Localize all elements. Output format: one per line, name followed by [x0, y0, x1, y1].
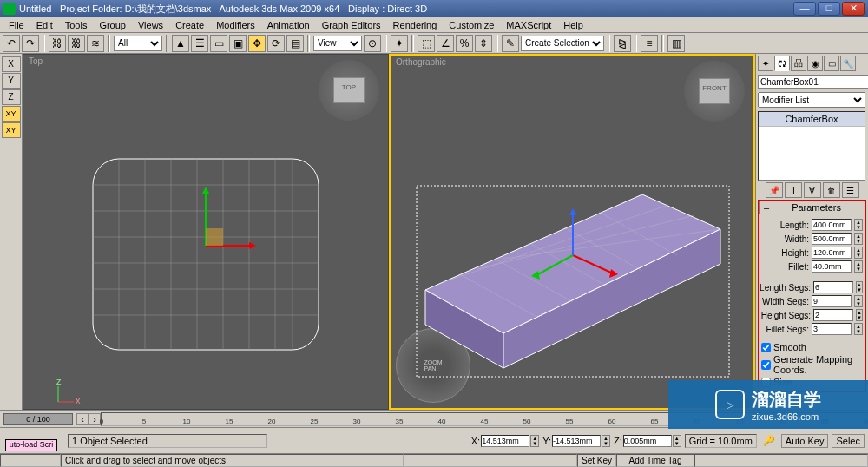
tab-utilities[interactable]: 🔧 — [840, 56, 856, 71]
lock-icon[interactable]: 🔑 — [760, 435, 778, 446]
tab-create[interactable]: ✦ — [758, 56, 773, 71]
selection-filter-dropdown[interactable]: All — [114, 36, 162, 51]
spinner-snap-button[interactable]: ⇕ — [475, 35, 492, 52]
angle-snap-button[interactable]: ∠ — [437, 35, 454, 52]
length-spinner[interactable]: ▲▼ — [854, 219, 863, 231]
select-move-button[interactable]: ✥ — [248, 35, 266, 52]
axis-y-button[interactable]: Y — [2, 73, 21, 89]
redo-button[interactable]: ↷ — [22, 35, 39, 52]
ortho-mesh — [391, 56, 753, 408]
unlink-button[interactable]: ⛓̷ — [68, 35, 85, 52]
bind-spacewarp-button[interactable]: ≋ — [87, 35, 104, 52]
coord-x-input[interactable] — [481, 435, 529, 447]
smooth-checkbox[interactable] — [761, 343, 771, 352]
widthsegs-spinner[interactable]: ▲▼ — [854, 295, 863, 307]
setkey-button[interactable]: Set Key — [577, 454, 616, 467]
manipulate-button[interactable]: ✦ — [391, 35, 408, 52]
tab-motion[interactable]: ◉ — [807, 56, 823, 71]
autokey-button[interactable]: Auto Key — [781, 434, 829, 448]
coord-x-label: X: — [471, 436, 480, 446]
height-input[interactable] — [812, 247, 852, 259]
menu-group[interactable]: Group — [94, 19, 131, 30]
select-button[interactable]: ▲ — [172, 35, 189, 52]
minimize-button[interactable]: — — [793, 2, 816, 16]
menu-modifiers[interactable]: Modifiers — [211, 19, 260, 30]
axis-z-button[interactable]: Z — [2, 89, 21, 105]
reference-coord-dropdown[interactable]: View — [313, 36, 362, 51]
axis-x-button[interactable]: X — [2, 56, 21, 72]
pin-stack-button[interactable]: 📌 — [766, 182, 783, 198]
link-button[interactable]: ⛓ — [49, 35, 66, 52]
filletsegs-input[interactable] — [812, 323, 852, 335]
menu-rendering[interactable]: Rendering — [388, 19, 443, 30]
fillet-spinner[interactable]: ▲▼ — [854, 260, 863, 273]
menu-views[interactable]: Views — [133, 19, 168, 30]
modifier-stack[interactable]: ChamferBox — [758, 111, 865, 181]
viewport-orthographic[interactable]: Orthographic FRONT ZOOMPAN — [389, 54, 755, 410]
named-selection-dropdown[interactable]: Create Selection Set — [521, 36, 604, 51]
modifier-list-dropdown[interactable]: Modifier List — [758, 92, 865, 108]
menu-edit[interactable]: Edit — [31, 19, 58, 30]
time-slider-handle[interactable]: 0 / 100 — [3, 413, 73, 425]
select-region-button[interactable]: ▭ — [210, 35, 227, 52]
lengthsegs-spinner[interactable]: ▲▼ — [856, 281, 863, 293]
coord-y-spinner[interactable]: ▲▼ — [602, 435, 610, 447]
close-button[interactable]: ✕ — [842, 2, 865, 16]
svg-marker-18 — [202, 187, 209, 194]
length-input[interactable] — [812, 219, 852, 231]
object-name-input[interactable] — [758, 75, 868, 89]
height-spinner[interactable]: ▲▼ — [854, 247, 863, 259]
show-end-result-button[interactable]: Ⅱ — [785, 182, 802, 198]
undo-button[interactable]: ↶ — [3, 35, 20, 52]
parameters-rollout-header[interactable]: –Parameters — [759, 201, 865, 214]
coord-x-spinner[interactable]: ▲▼ — [530, 435, 539, 447]
coord-z-input[interactable] — [623, 435, 672, 447]
layers-button[interactable]: ▥ — [667, 35, 685, 52]
stack-item-chamferbox[interactable]: ChamferBox — [759, 112, 865, 127]
fillet-input[interactable] — [812, 260, 852, 273]
maxscript-listener[interactable]: uto-load Scri — [5, 439, 57, 451]
snaps-toggle-button[interactable]: ⬚ — [418, 35, 435, 52]
select-scale-button[interactable]: ▤ — [286, 35, 304, 52]
configure-sets-button[interactable]: ☰ — [842, 182, 859, 198]
selec-button[interactable]: Selec — [832, 434, 865, 448]
prev-key-button[interactable]: ‹ — [76, 413, 89, 425]
menu-grapheditors[interactable]: Graph Editors — [317, 19, 386, 30]
pivot-center-button[interactable]: ⊙ — [364, 35, 381, 52]
mapcoords-checkbox[interactable] — [761, 360, 771, 370]
align-button[interactable]: ≡ — [641, 35, 658, 52]
widthsegs-input[interactable] — [812, 295, 852, 307]
coord-z-spinner[interactable]: ▲▼ — [673, 435, 681, 447]
axis-xy-button[interactable]: XY — [2, 106, 21, 122]
maximize-button[interactable]: □ — [818, 2, 840, 16]
menu-animation[interactable]: Animation — [262, 19, 315, 30]
make-unique-button[interactable]: ∀ — [804, 182, 821, 198]
tick: 50 — [523, 418, 531, 425]
tab-hierarchy[interactable]: 品 — [791, 56, 806, 71]
filletsegs-spinner[interactable]: ▲▼ — [854, 323, 863, 335]
select-by-name-button[interactable]: ☰ — [191, 35, 208, 52]
lengthsegs-input[interactable] — [813, 281, 853, 293]
menu-customize[interactable]: Customize — [444, 19, 499, 30]
axis-xy2-button[interactable]: XY — [2, 122, 21, 138]
heightsegs-input[interactable] — [813, 309, 853, 321]
remove-modifier-button[interactable]: 🗑 — [823, 182, 840, 198]
mirror-button[interactable]: ⧎ — [614, 35, 631, 52]
viewport-top[interactable]: Top TOP x z — [23, 54, 389, 410]
tab-modify[interactable]: 🗘 — [774, 56, 790, 71]
menu-help[interactable]: Help — [558, 19, 589, 30]
named-selection-edit-button[interactable]: ✎ — [502, 35, 519, 52]
heightsegs-spinner[interactable]: ▲▼ — [856, 309, 863, 321]
add-time-tag-button[interactable]: Add Time Tag — [616, 454, 694, 467]
menu-file[interactable]: File — [3, 19, 30, 30]
menu-create[interactable]: Create — [170, 19, 209, 30]
window-crossing-button[interactable]: ▣ — [229, 35, 247, 52]
select-rotate-button[interactable]: ⟳ — [267, 35, 285, 52]
width-spinner[interactable]: ▲▼ — [854, 233, 863, 245]
menu-maxscript[interactable]: MAXScript — [501, 19, 556, 30]
percent-snap-button[interactable]: % — [456, 35, 473, 52]
coord-y-input[interactable] — [552, 435, 601, 447]
menu-tools[interactable]: Tools — [60, 19, 93, 30]
width-input[interactable] — [812, 233, 852, 245]
tab-display[interactable]: ▭ — [824, 56, 839, 71]
